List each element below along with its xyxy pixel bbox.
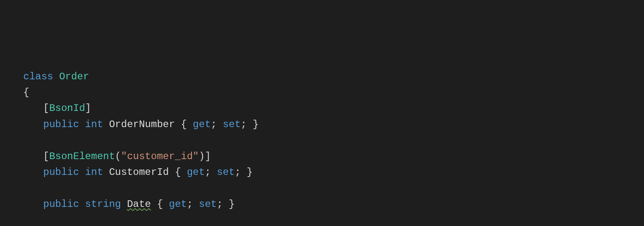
bracket-close: ] <box>205 151 211 162</box>
keyword-class: class <box>23 71 53 82</box>
bracket-open: [ <box>43 103 49 114</box>
code-editor[interactable]: class Order{[BsonId]public int OrderNumb… <box>0 69 644 226</box>
blank-line <box>23 133 644 148</box>
keyword-int: int <box>85 167 103 178</box>
paren-open: ( <box>115 151 121 162</box>
code-line: [BsonId] <box>23 101 644 116</box>
class-name: Order <box>59 71 89 82</box>
code-line: public int OrderNumber { get; set; } <box>23 117 644 133</box>
code-line: public string Date { get; set; } <box>23 197 644 212</box>
property-customerid: CustomerId <box>109 167 169 178</box>
attribute-bsonelement: BsonElement <box>49 151 115 162</box>
keyword-set: set <box>223 119 241 130</box>
property-date: Date <box>127 199 151 210</box>
code-line: { <box>23 85 644 101</box>
keyword-public: public <box>43 199 79 210</box>
keyword-int: int <box>85 119 103 130</box>
string-literal: "customer_id" <box>121 151 199 162</box>
keyword-get: get <box>169 199 187 210</box>
property-ordernumber: OrderNumber <box>109 119 175 130</box>
keyword-get: get <box>187 167 205 178</box>
blank-line <box>23 212 644 226</box>
keyword-get: get <box>193 119 211 130</box>
bracket-close: ] <box>85 103 91 114</box>
keyword-set: set <box>199 199 217 210</box>
code-line: class Order <box>23 69 644 85</box>
keyword-public: public <box>43 167 79 178</box>
keyword-string: string <box>85 199 121 210</box>
code-line: public int CustomerId { get; set; } <box>23 165 644 180</box>
attribute-bsonid: BsonId <box>49 103 85 114</box>
paren-close: ) <box>199 151 204 162</box>
blank-line <box>23 180 644 196</box>
code-line: [BsonElement("customer_id")] <box>23 149 644 165</box>
bracket-open: [ <box>43 151 49 162</box>
brace-open: { <box>23 87 29 98</box>
keyword-public: public <box>43 119 79 130</box>
keyword-set: set <box>217 167 235 178</box>
